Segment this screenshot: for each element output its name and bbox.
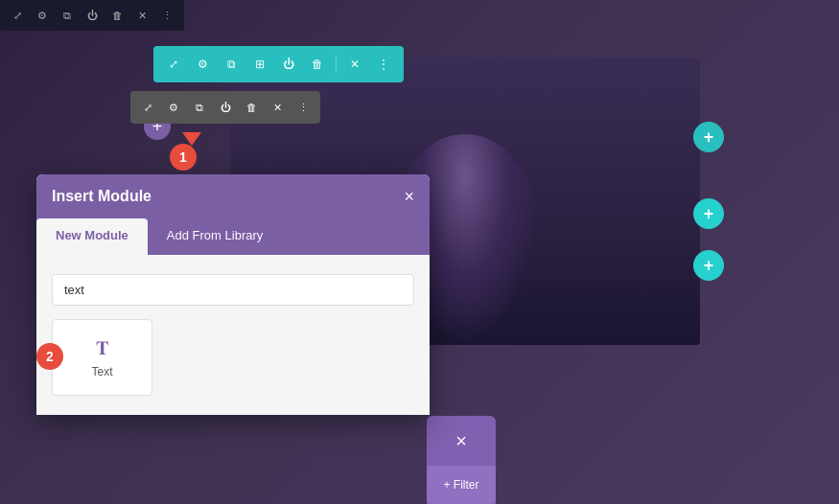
filter-label: + Filter (443, 478, 478, 492)
text-module-item[interactable]: 𝐓 Text (52, 319, 152, 396)
more-icon[interactable]: ⋮ (157, 6, 176, 25)
panel-close-button[interactable]: × (404, 188, 414, 205)
bottom-close-button[interactable]: × (427, 416, 496, 466)
side-plus-bottom[interactable]: + (693, 250, 724, 281)
teal-power-icon[interactable]: ⏻ (278, 54, 299, 75)
step-one-badge: 1 (170, 144, 197, 171)
step-two-badge: 2 (36, 343, 63, 370)
teal-trash-icon[interactable]: 🗑 (307, 54, 328, 75)
teal-toolbar: ⤢ ⚙ ⧉ ⊞ ⏻ 🗑 ✕ ⋮ (153, 46, 404, 82)
filter-button[interactable]: + Filter (427, 466, 496, 504)
top-toolbar: ⤢ ⚙ ⧉ ⏻ 🗑 ✕ ⋮ (0, 0, 184, 31)
module-grid: 𝐓 Text (52, 319, 414, 396)
gray-more-icon[interactable]: ⋮ (293, 98, 313, 117)
gray-toolbar: ⤢ ⚙ ⧉ ⏻ 🗑 ✕ ⋮ (130, 91, 320, 124)
teal-columns-icon[interactable]: ⧉ (221, 54, 242, 75)
teal-settings-icon[interactable]: ⚙ (192, 54, 213, 75)
tab-new-module[interactable]: New Module (36, 218, 148, 255)
bottom-panel: × + Filter (427, 416, 496, 504)
settings-icon[interactable]: ⚙ (33, 6, 52, 25)
move-icon[interactable]: ⤢ (8, 6, 27, 25)
teal-more-icon[interactable]: ⋮ (373, 54, 394, 75)
gray-move-icon[interactable]: ⤢ (138, 98, 157, 117)
gray-settings-icon[interactable]: ⚙ (164, 98, 183, 117)
close-icon[interactable]: ✕ (132, 6, 151, 25)
module-search-input[interactable] (52, 274, 414, 306)
panel-title: Insert Module (52, 188, 151, 205)
panel-header: Insert Module × (36, 174, 430, 218)
side-plus-middle[interactable]: + (693, 198, 724, 229)
teal-close-icon[interactable]: ✕ (344, 54, 365, 75)
side-plus-top[interactable]: + (693, 122, 724, 152)
step-one-arrow (182, 132, 201, 146)
panel-body: 𝐓 Text (36, 255, 430, 415)
gray-close-icon[interactable]: ✕ (268, 98, 287, 117)
tab-row: New Module Add From Library (36, 218, 430, 255)
power-icon[interactable]: ⏻ (82, 6, 102, 25)
gray-duplicate-icon[interactable]: ⧉ (190, 98, 209, 117)
tab-add-from-library[interactable]: Add From Library (148, 218, 282, 255)
teal-move-icon[interactable]: ⤢ (163, 54, 184, 75)
text-module-icon: 𝐓 (96, 337, 108, 359)
teal-grid-icon[interactable]: ⊞ (249, 54, 270, 75)
insert-module-panel: Insert Module × New Module Add From Libr… (36, 174, 430, 415)
duplicate-icon[interactable]: ⧉ (58, 6, 77, 25)
gray-power-icon[interactable]: ⏻ (216, 98, 235, 117)
text-module-label: Text (91, 365, 112, 378)
bottom-close-icon: × (455, 430, 467, 452)
toolbar-divider (336, 56, 337, 73)
gray-trash-icon[interactable]: 🗑 (242, 98, 261, 117)
trash-icon[interactable]: 🗑 (107, 6, 127, 25)
